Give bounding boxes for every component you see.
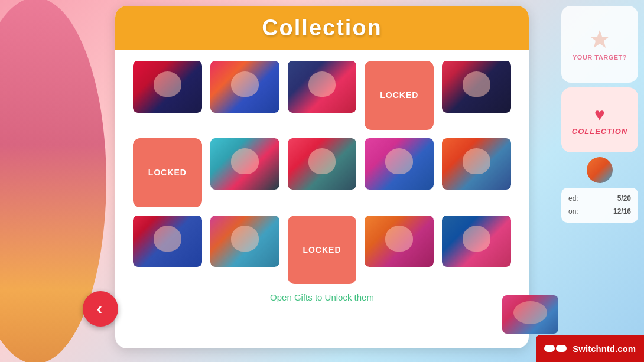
unlock-hint: Open Gifts to Unlock them xyxy=(133,292,511,302)
back-arrow-icon: ‹ xyxy=(97,299,102,318)
item-13-locked[interactable]: LOCKED xyxy=(288,216,357,285)
item-3[interactable] xyxy=(288,61,357,113)
item-11[interactable] xyxy=(133,216,202,268)
star-icon xyxy=(588,28,612,51)
item-2[interactable] xyxy=(210,61,279,113)
item-1[interactable] xyxy=(133,61,202,113)
switch-btn-left xyxy=(544,345,555,352)
grid-row-3: LOCKED xyxy=(133,216,511,285)
grid-row-2: LOCKED xyxy=(133,138,511,207)
svg-marker-0 xyxy=(590,30,609,48)
switch-btn-right xyxy=(556,345,567,352)
item-4-locked[interactable]: LOCKED xyxy=(365,61,434,130)
panel-header: Collection xyxy=(115,6,529,50)
item-7[interactable] xyxy=(210,138,279,190)
back-button[interactable]: ‹ xyxy=(83,291,118,327)
preview-image xyxy=(502,295,558,334)
panel-content: LOCKED LOCKED LOCKED Open Gifts to Unloc… xyxy=(115,50,529,313)
panel-title: Collection xyxy=(127,15,517,41)
on-stat: on: 12/16 xyxy=(568,206,631,218)
collection-label: COLLECTION xyxy=(572,127,628,136)
target-card: YOUR TARGET? xyxy=(561,6,638,83)
watermark-bar: Switchntd.com xyxy=(536,335,644,362)
heart-icon: ♥ xyxy=(594,105,605,125)
item-9[interactable] xyxy=(365,138,434,190)
small-circle-icon xyxy=(587,157,613,183)
target-label: YOUR TARGET? xyxy=(573,54,627,61)
unlocked-stat: ed: 5/20 xyxy=(568,193,631,206)
item-15[interactable] xyxy=(442,216,511,268)
collection-panel: Collection LOCKED LOCKED xyxy=(115,6,529,348)
switch-symbol xyxy=(544,345,567,352)
item-10[interactable] xyxy=(442,138,511,190)
item-12[interactable] xyxy=(210,216,279,268)
stats-box: ed: 5/20 on: 12/16 xyxy=(561,188,638,223)
item-14[interactable] xyxy=(365,216,434,268)
grid-row-1: LOCKED xyxy=(133,61,511,130)
watermark-text: Switchntd.com xyxy=(573,344,636,354)
item-8[interactable] xyxy=(288,138,357,190)
item-6-locked[interactable]: LOCKED xyxy=(133,138,202,207)
item-5[interactable] xyxy=(442,61,511,113)
collection-card: ♥ COLLECTION xyxy=(561,87,638,152)
right-panel: YOUR TARGET? ♥ COLLECTION ed: 5/20 on: 1… xyxy=(561,6,638,223)
